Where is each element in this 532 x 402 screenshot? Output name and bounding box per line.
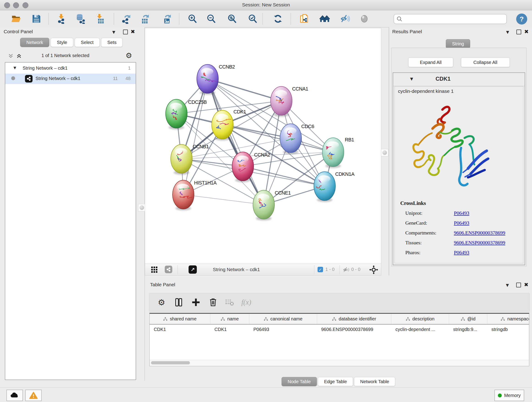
network-node-CDC25B[interactable]: CDC25B bbox=[166, 99, 207, 129]
network-collection-row[interactable]: ▼ String Network – cdk1 1 bbox=[5, 64, 136, 73]
table-row[interactable]: CDK1CDK1P064939606.ENSP00000378699cyclin… bbox=[150, 325, 529, 334]
column-header-shared-name[interactable]: shared name bbox=[150, 314, 210, 324]
collection-expand-arrow[interactable]: ▼ bbox=[13, 66, 16, 70]
crosslink-link[interactable]: P06493 bbox=[454, 220, 469, 226]
crosslink-row: Pharos:P06493 bbox=[400, 249, 505, 255]
string-network-icon bbox=[25, 75, 32, 83]
results-panel-close-button[interactable]: ✖ bbox=[524, 29, 529, 34]
results-panel-menu-arrow[interactable]: ▼ bbox=[506, 30, 509, 34]
network-node-CDC6[interactable]: CDC6 bbox=[280, 124, 314, 154]
clear-table-icon[interactable] bbox=[224, 296, 235, 308]
import-database-button[interactable] bbox=[75, 13, 87, 25]
column-sort-icon bbox=[163, 317, 167, 321]
table-toolbar: ⚙ f(x) bbox=[149, 293, 530, 312]
delete-column-icon[interactable] bbox=[207, 296, 219, 308]
table-panel-menu-arrow[interactable]: ▼ bbox=[506, 283, 509, 287]
export-table-button[interactable] bbox=[139, 13, 151, 25]
tab-edge-table[interactable]: Edge Table bbox=[318, 377, 353, 386]
network-node-CDKN1A[interactable]: CDKN1A bbox=[314, 172, 355, 202]
scrollbar-thumb[interactable] bbox=[151, 361, 190, 364]
zoom-fit-button[interactable] bbox=[226, 13, 238, 25]
help-button[interactable]: ? bbox=[516, 13, 527, 25]
tab-sets[interactable]: Sets bbox=[101, 38, 123, 47]
column-header-namespace[interactable]: namespace bbox=[487, 314, 529, 324]
node-table[interactable]: shared namenamecanonical namedatabase id… bbox=[149, 313, 529, 366]
tab-style[interactable]: Style bbox=[51, 38, 73, 47]
crosslink-link[interactable]: P06493 bbox=[454, 210, 469, 216]
table-panel-float-button[interactable] bbox=[516, 283, 521, 287]
add-column-icon[interactable] bbox=[190, 296, 202, 308]
right-splitter-handle[interactable] bbox=[381, 149, 388, 156]
warnings-button[interactable] bbox=[25, 390, 42, 401]
toolbar-separator bbox=[177, 265, 178, 274]
tab-string[interactable]: String bbox=[446, 39, 470, 48]
detach-view-icon[interactable]: ↗ bbox=[189, 265, 197, 274]
network-selection-status: 1 of 1 Network selected bbox=[0, 53, 131, 58]
crosslink-row: Compartments:9606.ENSP00000378699 bbox=[400, 230, 505, 236]
function-builder-icon[interactable]: f(x) bbox=[240, 296, 252, 308]
column-header-database-identifier[interactable]: database identifier bbox=[317, 314, 391, 324]
network-node-HIST1H1A[interactable]: HIST1H1A bbox=[172, 180, 217, 211]
network-canvas[interactable]: CCNB2CCNA1CDC25BCDK1CDC6RB1CCNB1CCNA2HIS… bbox=[145, 28, 381, 264]
column-header-description[interactable]: description bbox=[391, 314, 449, 324]
column-header-name[interactable]: name bbox=[210, 314, 249, 324]
selected-nodes-checkbox[interactable]: ✓ bbox=[317, 267, 323, 272]
tab-select[interactable]: Select bbox=[75, 38, 100, 47]
node-label-RB1: RB1 bbox=[345, 137, 354, 143]
export-network-button[interactable] bbox=[120, 13, 133, 25]
expand-all-button[interactable]: Expand All bbox=[408, 57, 453, 67]
export-image-button[interactable] bbox=[161, 13, 173, 25]
zoom-in-button[interactable] bbox=[186, 13, 198, 25]
table-cell: stringdb bbox=[487, 327, 529, 332]
table-horizontal-scrollbar[interactable] bbox=[150, 360, 529, 366]
network-options-gear-icon[interactable]: ⚙ bbox=[126, 51, 132, 60]
clone-network-button[interactable] bbox=[298, 13, 310, 25]
birds-eye-icon[interactable] bbox=[369, 265, 378, 274]
table-settings-gear-icon[interactable]: ⚙ bbox=[156, 296, 167, 308]
control-panel-close-button[interactable]: ✖ bbox=[131, 29, 135, 34]
left-splitter-handle[interactable] bbox=[138, 204, 146, 211]
zoom-out-button[interactable] bbox=[205, 13, 217, 25]
network-type-icon[interactable] bbox=[165, 266, 172, 273]
network-node-CCNE1[interactable]: CCNE1 bbox=[253, 190, 291, 220]
gene-collapse-arrow[interactable]: ▼ bbox=[410, 77, 413, 81]
open-session-button[interactable] bbox=[10, 13, 22, 25]
network-node-CCNA1[interactable]: CCNA1 bbox=[271, 86, 308, 117]
network-node-CCNB2[interactable]: CCNB2 bbox=[197, 64, 235, 95]
crosslink-link[interactable]: 9606.ENSP00000378699 bbox=[454, 240, 505, 246]
cloud-button[interactable] bbox=[6, 390, 23, 401]
control-panel-float-button[interactable] bbox=[123, 30, 128, 34]
column-header-label: description bbox=[412, 316, 435, 322]
grid-view-icon[interactable] bbox=[151, 266, 158, 273]
tab-network[interactable]: Network bbox=[20, 38, 49, 47]
column-header-canonical-name[interactable]: canonical name bbox=[249, 314, 317, 324]
save-session-button[interactable] bbox=[31, 13, 42, 25]
network-node-CCNA2[interactable]: CCNA2 bbox=[232, 152, 270, 182]
memory-button[interactable]: Memory bbox=[494, 390, 524, 401]
show-panels-button[interactable] bbox=[358, 13, 370, 25]
network-node-RB1[interactable]: RB1 bbox=[322, 137, 354, 168]
zoom-in-icon bbox=[187, 14, 197, 24]
results-panel-float-button[interactable] bbox=[516, 30, 521, 34]
tab-network-table[interactable]: Network Table bbox=[354, 377, 395, 386]
import-network-button[interactable] bbox=[56, 13, 68, 25]
table-panel-close-button[interactable]: ✖ bbox=[524, 282, 528, 287]
network-row-selected[interactable]: String Network – cdk1 11 48 bbox=[5, 74, 136, 84]
gene-panel-header[interactable]: ▼ CDK1 bbox=[393, 73, 525, 86]
hide-panels-button[interactable] bbox=[339, 13, 351, 25]
search-input[interactable] bbox=[403, 16, 506, 22]
crosslink-link[interactable]: P06493 bbox=[454, 249, 469, 255]
crosslink-link[interactable]: 9606.ENSP00000378699 bbox=[454, 230, 505, 236]
collapse-all-button[interactable]: Collapse All bbox=[461, 57, 510, 67]
hidden-nodes-icon[interactable] bbox=[342, 267, 349, 273]
homes-button[interactable] bbox=[319, 13, 331, 25]
export-network-icon bbox=[121, 14, 132, 24]
tab-node-table[interactable]: Node Table bbox=[282, 377, 317, 386]
control-panel: Control Panel ▼ ✖ NetworkStyleSelectSets… bbox=[0, 27, 145, 381]
column-header--id[interactable]: @id bbox=[449, 314, 487, 324]
import-table-button[interactable] bbox=[94, 13, 106, 25]
refresh-button[interactable] bbox=[272, 13, 284, 25]
zoom-selected-button[interactable] bbox=[247, 13, 259, 25]
select-columns-icon[interactable] bbox=[173, 296, 185, 308]
control-panel-menu-arrow[interactable]: ▼ bbox=[112, 30, 115, 34]
